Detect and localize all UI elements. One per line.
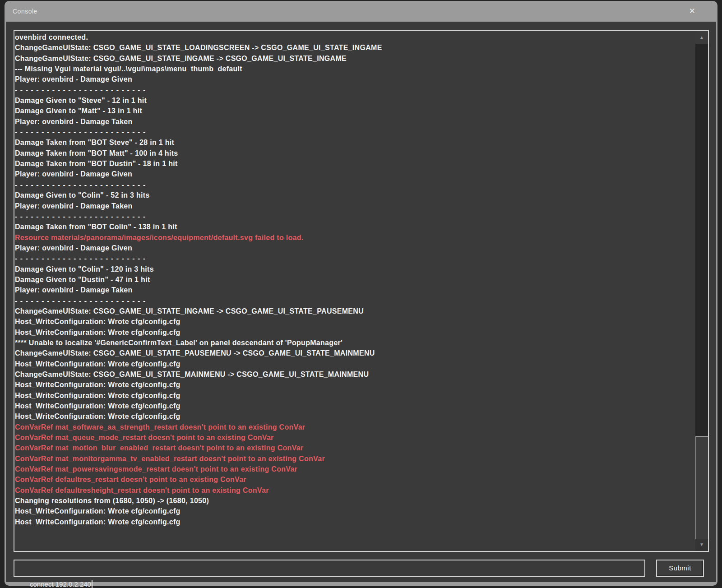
console-line: Player: ovenbird - Damage Given <box>15 74 690 84</box>
console-line: Damage Given to "Colin" - 52 in 3 hits <box>15 190 690 200</box>
console-line: Host_WriteConfiguration: Wrote cfg/confi… <box>15 380 690 390</box>
console-line: Resource materials/panorama/images/icons… <box>15 232 690 243</box>
console-line: Host_WriteConfiguration: Wrote cfg/confi… <box>15 411 690 421</box>
console-line: Host_WriteConfiguration: Wrote cfg/confi… <box>15 401 690 411</box>
console-line: ChangeGameUIState: CSGO_GAME_UI_STATE_MA… <box>15 369 690 380</box>
console-line: Player: ovenbird - Damage Taken <box>15 116 690 127</box>
console-line: ChangeGameUIState: CSGO_GAME_UI_STATE_IN… <box>15 53 690 64</box>
console-line: Damage Given to "Dustin" - 47 in 1 hit <box>15 274 690 285</box>
console-line: ChangeGameUIState: CSGO_GAME_UI_STATE_IN… <box>15 306 690 316</box>
close-icon[interactable]: ✕ <box>686 1 698 22</box>
console-line: Damage Given to "Steve" - 12 in 1 hit <box>15 95 690 106</box>
console-line: Damage Given to "Matt" - 13 in 1 hit <box>15 106 690 116</box>
scroll-up-icon[interactable]: ▲ <box>695 31 708 44</box>
command-input-value: connect 192.0.2.240 <box>30 580 91 588</box>
console-window: Console ✕ ovenbird connected.ChangeGameU… <box>5 1 717 586</box>
scrollbar: ▲ ▼ <box>695 31 708 551</box>
console-line: Player: ovenbird - Damage Given <box>15 243 690 253</box>
scrollbar-thumb[interactable] <box>695 436 708 539</box>
console-line: ConVarRef mat_software_aa_strength_resta… <box>15 422 690 432</box>
console-line: ConVarRef mat_queue_mode_restart doesn't… <box>15 432 690 443</box>
console-line: Changing resolutions from (1680, 1050) -… <box>15 495 690 506</box>
scroll-down-icon[interactable]: ▼ <box>695 539 708 551</box>
command-input[interactable]: connect 192.0.2.240 <box>14 560 645 577</box>
console-line: ChangeGameUIState: CSGO_GAME_UI_STATE_PA… <box>15 348 690 358</box>
console-output: ovenbird connected.ChangeGameUIState: CS… <box>15 32 690 527</box>
console-line: Player: ovenbird - Damage Given <box>15 169 690 179</box>
submit-button[interactable]: Submit <box>656 560 704 577</box>
console-line: Host_WriteConfiguration: Wrote cfg/confi… <box>15 316 690 327</box>
console-line: Player: ovenbird - Damage Taken <box>15 201 690 211</box>
console-line: **** Unable to localize '#GenericConfirm… <box>15 338 690 348</box>
console-line: --- Missing Vgui material vgui/..\vgui\m… <box>15 64 690 74</box>
console-line: Host_WriteConfiguration: Wrote cfg/confi… <box>15 506 690 516</box>
title-bar[interactable]: Console ✕ <box>6 1 716 22</box>
console-line: Host_WriteConfiguration: Wrote cfg/confi… <box>15 390 690 401</box>
console-line: ConVarRef defaultresheight_restart doesn… <box>15 485 690 495</box>
console-line: ovenbird connected. <box>15 32 690 42</box>
console-line: Damage Taken from "BOT Colin" - 138 in 1… <box>15 222 690 232</box>
console-line: Damage Taken from "BOT Steve" - 28 in 1 … <box>15 137 690 148</box>
console-line: ------------------------- <box>15 296 690 306</box>
window-title: Console <box>13 8 37 15</box>
scrollbar-track[interactable] <box>695 44 708 539</box>
console-line: Damage Taken from "BOT Dustin" - 18 in 1… <box>15 158 690 169</box>
text-caret <box>92 580 93 588</box>
console-line: ------------------------- <box>15 85 690 95</box>
console-line: Damage Given to "Colin" - 120 in 3 hits <box>15 264 690 274</box>
console-line: Host_WriteConfiguration: Wrote cfg/confi… <box>15 517 690 527</box>
console-line: ConVarRef mat_motion_blur_enabled_restar… <box>15 443 690 453</box>
console-line: ------------------------- <box>15 253 690 264</box>
console-line: ChangeGameUIState: CSGO_GAME_UI_STATE_LO… <box>15 42 690 53</box>
window-body: ovenbird connected.ChangeGameUIState: CS… <box>6 22 716 582</box>
console-line: Host_WriteConfiguration: Wrote cfg/confi… <box>15 327 690 338</box>
console-line: Host_WriteConfiguration: Wrote cfg/confi… <box>15 359 690 369</box>
console-line: ------------------------- <box>15 127 690 137</box>
console-line: ConVarRef mat_powersavingsmode_restart d… <box>15 464 690 474</box>
console-line: Player: ovenbird - Damage Taken <box>15 285 690 295</box>
console-line: ------------------------- <box>15 180 690 190</box>
console-line: Damage Taken from "BOT Matt" - 100 in 4 … <box>15 148 690 158</box>
console-line: ------------------------- <box>15 211 690 222</box>
console-line: ConVarRef defaultres_restart doesn't poi… <box>15 474 690 485</box>
console-line: ConVarRef mat_monitorgamma_tv_enabled_re… <box>15 454 690 464</box>
